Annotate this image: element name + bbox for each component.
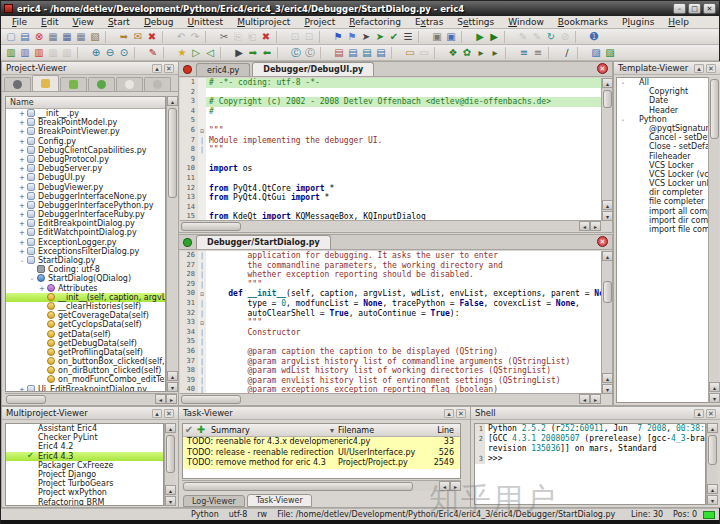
summary-column-header[interactable]: Summary ▾ bbox=[207, 426, 338, 435]
menu-extras[interactable]: Extras bbox=[408, 17, 450, 27]
tree-item[interactable]: +DebugViewer.py bbox=[6, 183, 165, 192]
editor-top-code[interactable]: 1# -*- coding: utf-8 -*-23# Copyright (c… bbox=[180, 78, 601, 221]
code-line[interactable]: 39│ @param envList history list of envir… bbox=[180, 376, 601, 386]
zoom-in-icon[interactable]: ⊕ bbox=[89, 46, 103, 60]
debug-bug-icon[interactable]: ✿ bbox=[460, 46, 474, 60]
fold-marker-icon[interactable]: ⊟ bbox=[198, 126, 206, 136]
expander-icon[interactable]: - bbox=[619, 116, 627, 125]
menu-start[interactable]: Start bbox=[101, 17, 137, 27]
code-line[interactable]: 26│ application for debugging. It asks t… bbox=[180, 251, 601, 261]
close-button[interactable]: ✕ bbox=[703, 3, 716, 14]
tree-item[interactable]: +EditBreakpointDialog.py bbox=[6, 219, 165, 228]
edit-box-icon[interactable]: ▭ bbox=[403, 46, 417, 60]
template-tree[interactable]: -AllCopyrightDateHeader-Python@pyqtSigna… bbox=[616, 77, 712, 403]
run-script-icon[interactable]: ▶ bbox=[473, 30, 487, 44]
continue-to-icon[interactable]: Ⓒ bbox=[303, 46, 317, 60]
code-line[interactable]: 9 bbox=[180, 155, 601, 165]
task-table[interactable]: ✔ ✚ Summary ▾ Filename Line TODO: reenab… bbox=[182, 423, 461, 479]
save-as-icon[interactable]: ▦ bbox=[60, 30, 74, 44]
tree-item[interactable]: Cancel - setDefault bbox=[617, 133, 711, 142]
bookmark-icon[interactable]: ⚑ bbox=[331, 30, 345, 44]
editor-bottom-hscrollbar[interactable]: ◂▸ bbox=[180, 393, 601, 404]
code-line[interactable]: 30⊟ def __init__(self, caption, argvList… bbox=[180, 289, 601, 299]
float-panel-button[interactable]: ▴ bbox=[152, 409, 162, 418]
tree-item[interactable]: +DebugUI.py bbox=[6, 173, 165, 182]
code-line[interactable]: 8│""" bbox=[180, 145, 601, 155]
multiproject-list[interactable]: Assistant Eric4Checker PyLintEric4 4.2✔E… bbox=[5, 423, 164, 506]
tree-item[interactable]: __clearHistories(self) bbox=[6, 302, 165, 311]
template-tree-vscrollbar[interactable]: ▴ ▾ bbox=[708, 77, 719, 403]
tree-item[interactable]: getCyclopsData(self) bbox=[6, 320, 165, 329]
tree-item[interactable]: +ExceptionLogger.py bbox=[6, 238, 165, 247]
tree-item[interactable]: import dir completer bbox=[617, 216, 711, 225]
tree-item[interactable]: Refactoring BRM bbox=[6, 498, 163, 507]
tree-item[interactable]: +DebugProtocol.py bbox=[6, 155, 165, 164]
float-panel-button[interactable]: ▴ bbox=[694, 64, 704, 73]
syntax-check-icon[interactable]: ✔ bbox=[387, 30, 401, 44]
tree-item[interactable]: on_modFuncCombo_editTex bbox=[6, 375, 165, 384]
tab-interfaces[interactable] bbox=[116, 77, 143, 91]
line-column-header[interactable]: Line bbox=[426, 426, 460, 435]
close-all-icon[interactable]: ✖ bbox=[145, 30, 159, 44]
code-line[interactable]: 31│ type = 0, modfuncList = None, traceP… bbox=[180, 299, 601, 309]
name-column-header[interactable]: Name bbox=[6, 97, 165, 109]
shell-line[interactable]: revision 135036]] on mars, Standard bbox=[475, 444, 705, 454]
minimize-button[interactable]: – bbox=[673, 3, 686, 14]
next-change-icon[interactable]: ▷ bbox=[189, 46, 203, 60]
expander-icon[interactable]: - bbox=[18, 257, 26, 266]
breakpoint-icon[interactable]: ▤ bbox=[332, 46, 346, 60]
code-line[interactable]: 27│ the commandline parameters, the work… bbox=[180, 261, 601, 271]
editor-bottom-code[interactable]: 26│ application for debugging. It asks t… bbox=[180, 251, 601, 394]
tree-item[interactable]: __init__(self, caption, argvLis bbox=[6, 293, 165, 302]
project-new-icon[interactable]: ▥ bbox=[18, 46, 32, 60]
fold-marker-icon[interactable]: ⊟ bbox=[198, 289, 206, 299]
new-task-icon[interactable]: ★ bbox=[175, 46, 189, 60]
run-icon[interactable]: ▶ bbox=[232, 46, 246, 60]
menu-plugins[interactable]: Plugins bbox=[615, 17, 661, 27]
tree-item[interactable]: import file completer bbox=[617, 225, 711, 234]
tree-item[interactable]: -Python bbox=[617, 115, 711, 124]
tree-item[interactable]: getCoverageData(self) bbox=[6, 311, 165, 320]
tree-item[interactable]: +Ui_EditBreakpointDialog.py bbox=[6, 385, 165, 392]
tree-item[interactable]: Close - setDefault bbox=[617, 142, 711, 151]
code-line[interactable]: 33⊟ """ bbox=[180, 318, 601, 328]
shell-line[interactable]: 1Python 2.5.2 (r252:60911, Jun 7 2008, 0… bbox=[475, 424, 705, 434]
tab-forms-folder[interactable] bbox=[32, 75, 59, 91]
editor-top-hscrollbar[interactable]: ◂▸ bbox=[180, 220, 601, 231]
goto-icon[interactable]: ➤ bbox=[359, 30, 373, 44]
close-file-icon[interactable]: ⊗ bbox=[32, 30, 46, 44]
diagram2-icon[interactable]: ▨ bbox=[603, 46, 617, 60]
tree-item[interactable]: VCS Locker bbox=[617, 161, 711, 170]
breakpoint-list-icon[interactable]: ▤ bbox=[346, 46, 360, 60]
delete-icon[interactable]: ✖ bbox=[259, 30, 273, 44]
tree-item[interactable]: +DebugServer.py bbox=[6, 164, 165, 173]
task-table-hscrollbar[interactable]: ◂▸ bbox=[182, 480, 461, 491]
tree-item[interactable]: +DebuggerInterfacePython.py bbox=[6, 201, 165, 210]
project-tree-hscrollbar[interactable]: ◂▸ bbox=[5, 393, 177, 404]
close-panel-button[interactable]: ✕ bbox=[164, 409, 174, 418]
step-icon[interactable]: ➡ bbox=[246, 46, 260, 60]
tree-item[interactable]: getData(self) bbox=[6, 330, 165, 339]
close-panel-button[interactable]: ✕ bbox=[164, 64, 174, 73]
tree-item[interactable]: Packager CxFreeze bbox=[6, 461, 163, 470]
code-line[interactable]: 6⊟""" bbox=[180, 126, 601, 136]
tab-translations[interactable] bbox=[88, 77, 115, 91]
tree-item[interactable]: VCS Locker (vcs) bbox=[617, 170, 711, 179]
tab-log-viewer[interactable]: Log-Viewer bbox=[183, 495, 245, 507]
expander-icon[interactable]: - bbox=[28, 275, 36, 284]
tree-item[interactable]: on_dirButton_clicked(self) bbox=[6, 366, 165, 375]
menu-edit[interactable]: Edit bbox=[34, 17, 65, 27]
export-icon[interactable]: ➥ bbox=[117, 30, 131, 44]
tree-item[interactable]: import all completers bbox=[617, 207, 711, 216]
unittest-icon[interactable]: ▣ bbox=[430, 30, 444, 44]
add-task-icon[interactable]: ✚ bbox=[195, 423, 207, 437]
tree-item[interactable]: +__init__.py bbox=[6, 109, 165, 118]
spell-check-icon[interactable]: ✎ bbox=[146, 46, 160, 60]
zoom-out-icon[interactable]: ⊖ bbox=[103, 46, 117, 60]
debug-run-icon[interactable]: ❖ bbox=[446, 46, 460, 60]
cut-icon[interactable]: ✂ bbox=[217, 30, 231, 44]
tree-item[interactable]: file completer bbox=[617, 197, 711, 206]
tree-item[interactable]: +DebuggerInterfaceRuby.py bbox=[6, 210, 165, 219]
continue-icon[interactable]: Ⓒ bbox=[289, 46, 303, 60]
expander-icon[interactable]: + bbox=[18, 386, 26, 392]
